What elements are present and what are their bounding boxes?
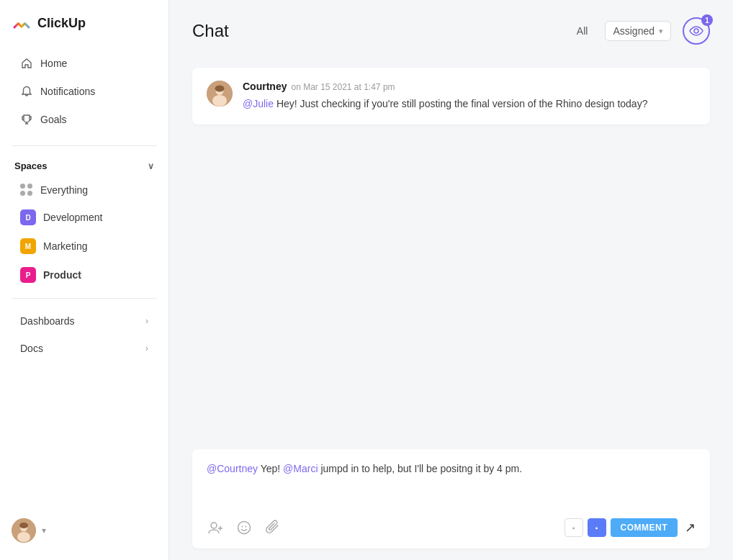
product-space-icon: P bbox=[20, 267, 36, 283]
watch-badge[interactable]: 1 bbox=[683, 17, 710, 45]
bell-icon bbox=[20, 85, 33, 98]
sidebar-divider-1 bbox=[12, 145, 157, 146]
reply-area: @Courtney Yep! @Marci jumpd in to help, … bbox=[192, 449, 710, 548]
sidebar: ClickUp Home Notifications bbox=[0, 0, 169, 560]
logo[interactable]: ClickUp bbox=[0, 0, 168, 46]
sidebar-development-label: Development bbox=[43, 212, 103, 223]
page-title: Chat bbox=[192, 21, 559, 41]
watch-count: 1 bbox=[701, 14, 713, 26]
main-content: Chat All Assigned ▾ 1 bbox=[169, 0, 733, 560]
reply-footer: ▪ ▪ COMMENT ↗ bbox=[207, 518, 696, 537]
svg-point-3 bbox=[19, 523, 28, 528]
chat-header: Chat All Assigned ▾ 1 bbox=[169, 0, 733, 56]
message-author: Courtney bbox=[243, 81, 287, 92]
development-space-icon: D bbox=[20, 209, 36, 225]
spaces-label: Spaces bbox=[14, 161, 48, 171]
chat-messages: Courtney on Mar 15 2021 at 1:47 pm @Juli… bbox=[169, 56, 733, 449]
message-time: on Mar 15 2021 at 1:47 pm bbox=[291, 82, 395, 92]
message-header: Courtney on Mar 15 2021 at 1:47 pm bbox=[243, 81, 696, 92]
sidebar-notifications-label: Notifications bbox=[40, 86, 95, 97]
sidebar-item-dashboards[interactable]: Dashboards › bbox=[6, 308, 163, 334]
message-card: Courtney on Mar 15 2021 at 1:47 pm @Juli… bbox=[192, 68, 710, 125]
sidebar-everything-label: Everything bbox=[40, 184, 88, 196]
svg-point-7 bbox=[212, 95, 227, 107]
sidebar-item-docs[interactable]: Docs › bbox=[6, 335, 163, 361]
sidebar-dashboards-label: Dashboards bbox=[20, 315, 75, 327]
attachment-icon[interactable] bbox=[264, 519, 282, 536]
add-person-icon[interactable] bbox=[207, 519, 224, 536]
format-icon-2: ▪ bbox=[595, 524, 598, 532]
reply-text-2: jumpd in to help, but I'll be positng it… bbox=[318, 463, 523, 474]
svg-point-8 bbox=[215, 86, 225, 92]
app-name: ClickUp bbox=[37, 16, 86, 31]
svg-point-12 bbox=[246, 526, 247, 528]
sidebar-goals-label: Goals bbox=[40, 114, 67, 125]
reply-text-1: Yep! bbox=[258, 463, 283, 474]
avatar bbox=[207, 81, 233, 107]
sidebar-marketing-label: Marketing bbox=[43, 240, 87, 252]
marketing-letter: M bbox=[25, 243, 31, 250]
sidebar-product-label: Product bbox=[43, 269, 81, 281]
comment-button[interactable]: COMMENT bbox=[611, 518, 678, 537]
user-chevron: ▾ bbox=[42, 525, 46, 536]
sidebar-docs-label: Docs bbox=[20, 343, 43, 354]
trophy-icon bbox=[20, 113, 33, 126]
spaces-header[interactable]: Spaces ∨ bbox=[0, 155, 168, 177]
sidebar-item-notifications[interactable]: Notifications bbox=[6, 78, 163, 105]
filter-all-button[interactable]: All bbox=[571, 22, 594, 40]
everything-grid-icon bbox=[20, 184, 33, 197]
svg-point-4 bbox=[694, 29, 698, 33]
reply-action-icons bbox=[207, 519, 282, 536]
dashboards-chevron-icon: › bbox=[145, 316, 148, 326]
format-button-1[interactable]: ▪ bbox=[565, 518, 583, 537]
filter-assigned-label: Assigned bbox=[613, 25, 655, 37]
reply-text[interactable]: @Courtney Yep! @Marci jumpd in to help, … bbox=[207, 461, 696, 504]
sidebar-item-home[interactable]: Home bbox=[6, 50, 163, 77]
reply-submit-area: ▪ ▪ COMMENT ↗ bbox=[565, 518, 696, 537]
marketing-space-icon: M bbox=[20, 238, 36, 254]
sidebar-item-goals[interactable]: Goals bbox=[6, 106, 163, 133]
avatar bbox=[12, 518, 36, 543]
message-body-text: Hey! Just checking if you're still posti… bbox=[274, 98, 647, 109]
svg-point-11 bbox=[242, 526, 243, 528]
main-nav: Home Notifications Goals bbox=[0, 46, 168, 137]
emoji-icon[interactable] bbox=[235, 519, 253, 536]
sidebar-item-everything[interactable]: Everything bbox=[6, 178, 163, 202]
sidebar-home-label: Home bbox=[40, 58, 67, 69]
filter-assigned-chevron-icon: ▾ bbox=[659, 27, 663, 36]
development-letter: D bbox=[25, 214, 30, 222]
docs-chevron-icon: › bbox=[145, 343, 148, 353]
sidebar-item-development[interactable]: D Development bbox=[6, 204, 163, 231]
svg-point-10 bbox=[238, 522, 251, 534]
svg-point-2 bbox=[17, 532, 30, 542]
sidebar-divider-2 bbox=[12, 298, 157, 299]
mention-marci[interactable]: @Marci bbox=[283, 463, 318, 474]
svg-point-9 bbox=[211, 523, 217, 528]
sidebar-item-product[interactable]: P Product bbox=[6, 261, 163, 289]
user-profile[interactable]: ▾ bbox=[0, 512, 168, 548]
courtney-avatar bbox=[207, 81, 233, 107]
cursor-icon: ↗ bbox=[685, 520, 696, 536]
message-body: Courtney on Mar 15 2021 at 1:47 pm @Juli… bbox=[243, 81, 696, 112]
format-button-2[interactable]: ▪ bbox=[588, 518, 606, 537]
message-text: @Julie Hey! Just checking if you're stil… bbox=[243, 96, 696, 112]
dashboards-label-group: Dashboards bbox=[20, 315, 75, 327]
mention-julie[interactable]: @Julie bbox=[243, 98, 274, 109]
home-icon bbox=[20, 57, 33, 70]
spaces-chevron-icon: ∨ bbox=[148, 161, 154, 171]
avatar-image bbox=[12, 518, 36, 543]
clickup-logo-icon bbox=[12, 13, 32, 33]
mention-courtney[interactable]: @Courtney bbox=[207, 463, 258, 474]
filter-assigned-dropdown[interactable]: Assigned ▾ bbox=[605, 21, 671, 41]
sidebar-item-marketing[interactable]: M Marketing bbox=[6, 232, 163, 260]
docs-label-group: Docs bbox=[20, 343, 43, 354]
product-letter: P bbox=[26, 271, 31, 279]
format-icon-1: ▪ bbox=[572, 524, 575, 532]
